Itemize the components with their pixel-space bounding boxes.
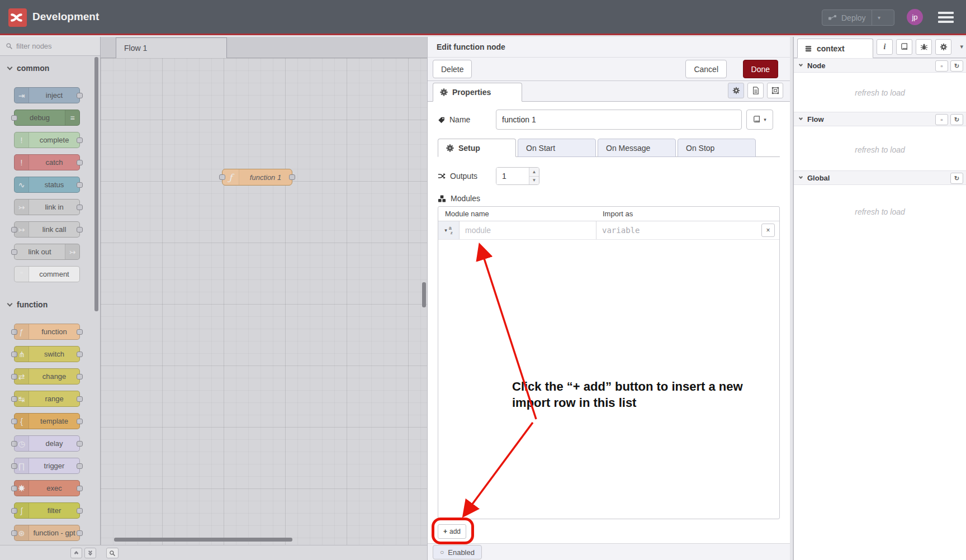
- refresh-flow-button[interactable]: ↻: [950, 114, 963, 125]
- remove-row-button[interactable]: ×: [761, 224, 775, 237]
- label-style-button[interactable]: ▾: [746, 110, 773, 130]
- canvas-node-function-1[interactable]: ƒ function 1: [222, 169, 292, 186]
- palette-node-switch[interactable]: ⋔switch: [14, 346, 80, 362]
- main-menu-button[interactable]: [938, 12, 954, 23]
- section-global[interactable]: Global ↻: [794, 170, 966, 185]
- module-name-input[interactable]: [465, 226, 589, 235]
- enabled-toggle[interactable]: ○ Enabled: [433, 545, 482, 559]
- sidebar-menu-caret[interactable]: ▾: [960, 43, 963, 50]
- tab-on-start[interactable]: On Start: [518, 139, 596, 157]
- delete-button[interactable]: Delete: [433, 60, 472, 78]
- import-as-input[interactable]: [602, 226, 749, 235]
- config-tab-button[interactable]: [935, 39, 951, 55]
- dialog-title: Edit function node: [428, 37, 790, 58]
- node-label: exec: [29, 481, 79, 496]
- node-port-right[interactable]: [77, 160, 83, 165]
- palette-search[interactable]: filter nodes: [0, 37, 100, 56]
- tab-context[interactable]: context: [797, 39, 873, 58]
- palette-node-template[interactable]: {template: [14, 413, 80, 429]
- canvas-horizontal-scrollbar[interactable]: [114, 538, 292, 542]
- edit-properties-button[interactable]: [728, 83, 744, 98]
- spinner-down-icon[interactable]: ▼: [529, 177, 539, 185]
- refresh-global-button[interactable]: ↻: [950, 173, 963, 184]
- node-port-right[interactable]: [77, 93, 83, 98]
- palette-section-common[interactable]: common: [0, 60, 100, 76]
- function-icon: ƒ: [15, 324, 29, 339]
- palette-node-catch[interactable]: !catch: [14, 154, 80, 170]
- palette-node-inject[interactable]: ⇥inject: [14, 87, 80, 103]
- collapse-all-button[interactable]: [70, 548, 82, 558]
- palette-node-comment[interactable]: “comment: [14, 266, 80, 282]
- name-input[interactable]: [496, 110, 742, 130]
- node-port-right[interactable]: [77, 137, 83, 143]
- outputs-spinner[interactable]: ▲ ▼: [496, 167, 539, 185]
- palette-node-change[interactable]: ⇄change: [14, 368, 80, 385]
- flow-canvas[interactable]: Flow 1 ƒ function 1: [101, 37, 427, 560]
- node-port-right[interactable]: [77, 182, 83, 188]
- user-avatar[interactable]: jp: [907, 9, 923, 25]
- description-button[interactable]: [747, 83, 764, 98]
- help-tab-button[interactable]: [896, 39, 912, 55]
- section-flow[interactable]: Flow ▫ ↻: [794, 112, 966, 126]
- palette-node-trigger[interactable]: ∏trigger: [14, 458, 80, 474]
- node-port-right[interactable]: [77, 396, 83, 402]
- debug-tab-button[interactable]: [916, 39, 932, 55]
- palette-node-filter[interactable]: ʃfilter: [14, 502, 80, 519]
- palette-node-status[interactable]: ∿status: [14, 177, 80, 193]
- section-node[interactable]: Node ▫ ↻: [794, 58, 966, 73]
- node-port-right[interactable]: [77, 374, 83, 379]
- deploy-caret-icon[interactable]: ▾: [872, 15, 887, 21]
- deploy-button[interactable]: Deploy ▾: [822, 10, 894, 26]
- info-tab-button[interactable]: i: [877, 39, 893, 55]
- tab-on-message[interactable]: On Message: [598, 139, 676, 157]
- outputs-input[interactable]: [496, 168, 529, 184]
- palette-node-delay[interactable]: ◷delay: [14, 435, 80, 452]
- appearance-button[interactable]: [767, 83, 783, 98]
- node-port-right[interactable]: [77, 463, 83, 469]
- canvas-vertical-scrollbar[interactable]: [422, 282, 426, 307]
- palette-node-range[interactable]: ↹range: [14, 391, 80, 407]
- palette-node-link-in[interactable]: ↣link in: [14, 199, 80, 215]
- collapse-section-button[interactable]: ▫: [935, 60, 948, 72]
- palette-node-debug[interactable]: ≡debug: [14, 110, 80, 126]
- flow-tab[interactable]: Flow 1: [116, 37, 227, 58]
- add-module-button[interactable]: +add: [438, 524, 466, 539]
- palette-node-function---gpt[interactable]: ⊛function - gpt: [14, 525, 80, 541]
- palette-node-link-out[interactable]: ↣link out: [14, 244, 80, 260]
- palette-scrollbar[interactable]: [94, 57, 98, 311]
- canvas-search-button[interactable]: [106, 548, 119, 558]
- palette-node-exec[interactable]: exec: [14, 480, 80, 496]
- palette-node-complete[interactable]: !complete: [14, 132, 80, 148]
- node-port-right[interactable]: [77, 205, 83, 210]
- node-port-right[interactable]: [77, 352, 83, 357]
- collapse-section-button[interactable]: ▫: [935, 114, 948, 125]
- done-button[interactable]: Done: [743, 60, 778, 78]
- tab-on-stop[interactable]: On Stop: [678, 139, 756, 157]
- tab-setup[interactable]: Setup: [438, 139, 516, 157]
- node-port-right[interactable]: [77, 441, 83, 447]
- node-port-right[interactable]: [77, 329, 83, 335]
- remove-cell: ×: [757, 221, 779, 239]
- palette-section-function[interactable]: function: [0, 297, 100, 312]
- spinner-up-icon[interactable]: ▲: [529, 168, 539, 177]
- deploy-label: Deploy: [841, 13, 866, 22]
- switch-icon: ⋔: [15, 347, 29, 362]
- module-row-handle[interactable]: ▾ az: [438, 221, 460, 239]
- node-port-right[interactable]: [77, 530, 83, 536]
- node-port-right[interactable]: [289, 174, 295, 180]
- node-port-right[interactable]: [77, 486, 83, 491]
- palette-node-function[interactable]: ƒfunction: [14, 324, 80, 340]
- node-port-right[interactable]: [77, 227, 83, 232]
- change-icon: ⇄: [15, 369, 29, 384]
- node-port-right[interactable]: [77, 419, 83, 424]
- link-call-icon: ↣: [15, 222, 29, 237]
- tab-properties[interactable]: Properties: [433, 83, 522, 102]
- canvas-grid[interactable]: ƒ function 1: [101, 58, 427, 545]
- node-port-right[interactable]: [77, 508, 83, 514]
- cancel-button[interactable]: Cancel: [685, 60, 727, 78]
- node-label: catch: [29, 155, 79, 170]
- palette-node-link-call[interactable]: ↣link call: [14, 221, 80, 238]
- filter-icon: ʃ: [15, 503, 29, 518]
- expand-all-button[interactable]: [84, 548, 96, 558]
- refresh-node-button[interactable]: ↻: [950, 60, 963, 72]
